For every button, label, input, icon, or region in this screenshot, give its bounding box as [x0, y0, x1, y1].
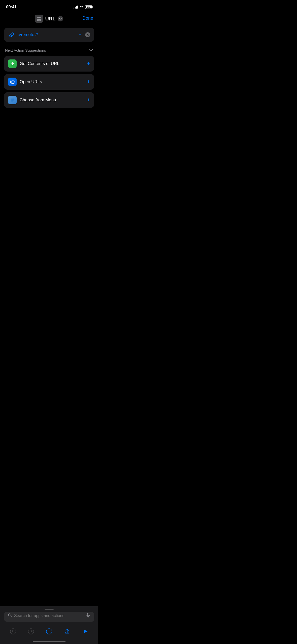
action-list: Get Contents of URL + Open URLs +	[4, 56, 94, 108]
url-value: tvremote://	[18, 32, 76, 37]
action-add-choose-menu-button[interactable]: +	[87, 97, 90, 103]
suggestions-header[interactable]: Next Action Suggestions	[4, 48, 94, 52]
status-icons: 100	[74, 5, 92, 9]
action-label-open-urls: Open URLs	[20, 79, 84, 84]
nav-title-group: URL	[35, 15, 63, 23]
app-icon	[35, 15, 43, 23]
nav-title-text: URL	[45, 16, 55, 22]
suggestions-chevron-icon	[89, 48, 93, 52]
url-add-button[interactable]: +	[79, 32, 82, 38]
svg-rect-0	[37, 17, 39, 18]
wifi-icon	[80, 5, 84, 9]
svg-rect-7	[11, 101, 13, 101]
battery-icon: 100	[85, 5, 92, 9]
action-item-open-urls[interactable]: Open URLs +	[4, 74, 94, 90]
nav-bar: URL Done	[0, 13, 98, 26]
svg-rect-5	[11, 99, 14, 99]
link-icon	[8, 31, 15, 38]
open-urls-icon	[8, 78, 17, 86]
nav-chevron-icon[interactable]	[58, 16, 63, 21]
svg-rect-6	[11, 100, 14, 100]
clear-x-icon: ✕	[87, 33, 89, 37]
url-input-row[interactable]: tvremote:// + ✕	[4, 28, 94, 42]
suggestions-title: Next Action Suggestions	[5, 48, 46, 52]
action-item-choose-menu[interactable]: Choose from Menu +	[4, 92, 94, 108]
action-item-get-contents[interactable]: Get Contents of URL +	[4, 56, 94, 72]
done-button[interactable]: Done	[82, 15, 93, 22]
svg-rect-1	[39, 17, 41, 18]
signal-icon	[74, 6, 78, 9]
main-content: tvremote:// + ✕ Next Action Suggestions …	[0, 26, 98, 108]
url-clear-button[interactable]: ✕	[85, 32, 90, 37]
svg-rect-2	[37, 19, 39, 21]
choose-menu-icon	[8, 96, 17, 104]
get-contents-icon	[8, 59, 17, 68]
svg-rect-3	[39, 19, 41, 21]
status-bar: 09:41 100	[0, 0, 98, 13]
status-time: 09:41	[6, 5, 17, 10]
action-add-open-urls-button[interactable]: +	[87, 79, 90, 85]
action-label-get-contents: Get Contents of URL	[20, 61, 84, 66]
action-label-choose-menu: Choose from Menu	[20, 98, 84, 103]
action-add-get-contents-button[interactable]: +	[87, 61, 90, 67]
